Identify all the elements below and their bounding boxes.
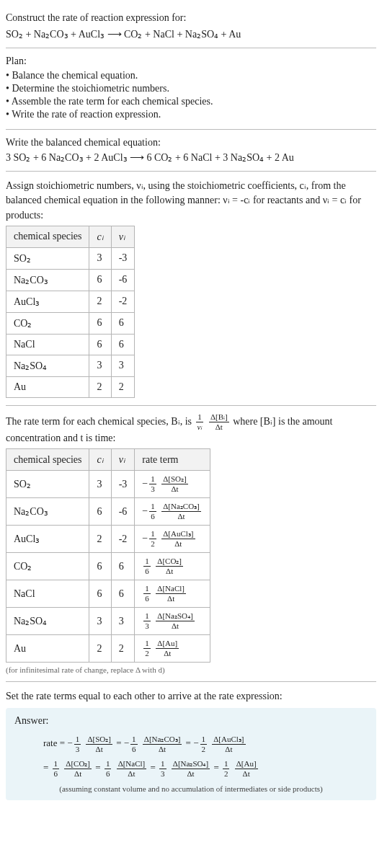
cell-species: Na₂CO₃ <box>6 498 89 526</box>
plan-item: Assemble the rate term for each chemical… <box>6 96 376 107</box>
table-header-row: chemical species cᵢ νᵢ <box>6 226 135 247</box>
problem-section: Construct the rate of reaction expressio… <box>6 6 376 45</box>
rate-coef-frac: 1 νᵢ <box>196 413 204 431</box>
cell-species: AuCl₃ <box>6 526 89 553</box>
plan-title: Plan: <box>6 56 376 67</box>
cell-species: AuCl₃ <box>6 291 89 312</box>
cell-species: Au <box>6 376 89 397</box>
answer-box: Answer: rate = −13 Δ[SO₂]Δt = −16 Δ[Na₂C… <box>6 708 376 800</box>
cell-c: 3 <box>89 471 111 498</box>
cell-c: 6 <box>89 553 111 580</box>
table-row: AuCl₃2-2−12 Δ[AuCl₃]Δt <box>6 526 210 553</box>
col-v: νᵢ <box>111 226 135 247</box>
plan-item: Determine the stoichiometric numbers. <box>6 83 376 94</box>
cell-species: NaCl <box>6 580 89 608</box>
col-rate: rate term <box>135 449 210 471</box>
table-row: AuCl₃2-2 <box>6 291 135 312</box>
divider <box>6 48 376 48</box>
stoich-section: Assign stoichiometric numbers, νᵢ, using… <box>6 174 376 402</box>
cell-v: -6 <box>111 269 135 291</box>
balanced-section: Write the balanced chemical equation: 3 … <box>6 133 376 168</box>
answer-equation: rate = −13 Δ[SO₂]Δt = −16 Δ[Na₂CO₃]Δt = … <box>43 731 368 780</box>
cell-c: 6 <box>89 269 111 291</box>
cell-species: SO₂ <box>6 471 89 498</box>
table-row: Au2212 Δ[Au]Δt <box>6 635 210 663</box>
table-row: CO₂66 <box>6 312 135 334</box>
cell-rate: −13 Δ[SO₂]Δt <box>135 471 210 498</box>
plan-section: Plan: Balance the chemical equation. Det… <box>6 51 376 126</box>
table-row: Na₂CO₃6-6 <box>6 269 135 291</box>
cell-rate: 16 Δ[CO₂]Δt <box>135 553 210 580</box>
table-header-row: chemical species cᵢ νᵢ rate term <box>6 449 210 471</box>
table-row: NaCl66 <box>6 334 135 355</box>
cell-v: 3 <box>111 608 135 635</box>
cell-species: CO₂ <box>6 312 89 334</box>
cell-species: Na₂CO₃ <box>6 269 89 291</box>
cell-species: Au <box>6 635 89 663</box>
cell-species: NaCl <box>6 334 89 355</box>
cell-v: 6 <box>111 580 135 608</box>
cell-species: SO₂ <box>6 247 89 269</box>
divider <box>6 129 376 130</box>
col-v: νᵢ <box>111 449 135 471</box>
plan-list: Balance the chemical equation. Determine… <box>6 70 376 120</box>
col-c: cᵢ <box>89 226 111 247</box>
stoich-desc: Assign stoichiometric numbers, νᵢ, using… <box>6 179 376 223</box>
cell-v: -6 <box>111 498 135 526</box>
cell-v: 2 <box>111 376 135 397</box>
cell-rate: 16 Δ[NaCl]Δt <box>135 580 210 608</box>
col-c: cᵢ <box>89 449 111 471</box>
cell-v: 2 <box>111 635 135 663</box>
cell-c: 2 <box>89 635 111 663</box>
cell-c: 3 <box>89 355 111 376</box>
cell-v: 6 <box>111 334 135 355</box>
cell-v: -2 <box>111 526 135 553</box>
table-row: Au22 <box>6 376 135 397</box>
cell-c: 2 <box>89 376 111 397</box>
cell-species: Na₂SO₄ <box>6 608 89 635</box>
cell-species: CO₂ <box>6 553 89 580</box>
cell-c: 3 <box>89 608 111 635</box>
cell-v: 6 <box>111 553 135 580</box>
answer-note: (assuming constant volume and no accumul… <box>14 784 368 793</box>
rate-term-desc: The rate term for each chemical species,… <box>6 413 376 446</box>
cell-c: 6 <box>89 580 111 608</box>
divider <box>6 681 376 682</box>
table-row: NaCl6616 Δ[NaCl]Δt <box>6 580 210 608</box>
rate-delta-frac: Δ[Bᵢ] Δt <box>209 413 229 431</box>
cell-rate: −16 Δ[Na₂CO₃]Δt <box>135 498 210 526</box>
cell-c: 3 <box>89 247 111 269</box>
cell-c: 6 <box>89 334 111 355</box>
cell-v: -2 <box>111 291 135 312</box>
cell-c: 6 <box>89 498 111 526</box>
cell-species: Na₂SO₄ <box>6 355 89 376</box>
cell-v: 6 <box>111 312 135 334</box>
table-row: Na₂SO₄3313 Δ[Na₂SO₄]Δt <box>6 608 210 635</box>
divider <box>6 171 376 172</box>
plan-item: Write the rate of reaction expression. <box>6 109 376 120</box>
cell-v: 3 <box>111 355 135 376</box>
final-desc: Set the rate terms equal to each other t… <box>6 689 376 704</box>
final-section: Set the rate terms equal to each other t… <box>6 685 376 805</box>
plan-item: Balance the chemical equation. <box>6 70 376 81</box>
cell-rate: 12 Δ[Au]Δt <box>135 635 210 663</box>
cell-c: 6 <box>89 312 111 334</box>
table-row: Na₂CO₃6-6−16 Δ[Na₂CO₃]Δt <box>6 498 210 526</box>
table-row: SO₂3-3−13 Δ[SO₂]Δt <box>6 471 210 498</box>
rate-term-section: The rate term for each chemical species,… <box>6 409 376 678</box>
divider <box>6 405 376 406</box>
cell-rate: 13 Δ[Na₂SO₄]Δt <box>135 608 210 635</box>
balanced-equation: 3 SO₂ + 6 Na₂CO₃ + 2 AuCl₃ ⟶ 6 CO₂ + 6 N… <box>6 151 376 164</box>
rate-note: (for infinitesimal rate of change, repla… <box>6 665 376 674</box>
table-row: Na₂SO₄33 <box>6 355 135 376</box>
cell-rate: −12 Δ[AuCl₃]Δt <box>135 526 210 553</box>
cell-v: -3 <box>111 471 135 498</box>
problem-intro: Construct the rate of reaction expressio… <box>6 10 376 25</box>
col-species: chemical species <box>6 449 89 471</box>
problem-equation: SO₂ + Na₂CO₃ + AuCl₃ ⟶ CO₂ + NaCl + Na₂S… <box>6 28 376 40</box>
rate-term-table: chemical species cᵢ νᵢ rate term SO₂3-3−… <box>6 448 210 663</box>
cell-v: -3 <box>111 247 135 269</box>
table-row: CO₂6616 Δ[CO₂]Δt <box>6 553 210 580</box>
cell-c: 2 <box>89 526 111 553</box>
answer-title: Answer: <box>14 715 368 727</box>
